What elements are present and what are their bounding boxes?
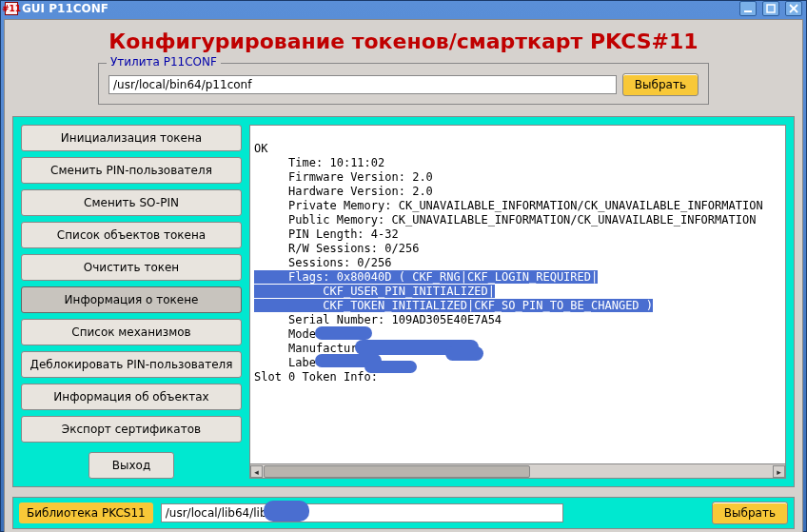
scroll-right-arrow-icon[interactable]: ▸ [773, 465, 785, 478]
selected-text: Flags: 0x80040D ( CKF_RNG|CKF_LOGIN_REQU… [254, 270, 653, 312]
svg-rect-1 [767, 5, 775, 12]
utility-path-input[interactable] [108, 75, 617, 94]
utility-group: Утилита P11CONF Выбрать [98, 63, 709, 105]
main-panel: Инициализация токенаСменить PIN-пользова… [12, 116, 795, 487]
sidebar-button[interactable]: Деблокировать PIN-пользователя [21, 351, 242, 378]
library-path-input[interactable] [161, 503, 563, 522]
sidebar-button[interactable]: Сменить PIN-пользователя [21, 157, 242, 184]
redaction-mark [364, 361, 417, 373]
sidebar-button[interactable]: Информация об объектах [21, 384, 242, 410]
page-title: Конфигурирование токенов/смарткарт PKCS#… [12, 30, 795, 53]
redaction-mark [264, 501, 309, 522]
sidebar-button[interactable]: Инициализация токена [21, 125, 242, 151]
sidebar-button[interactable]: Экспорт сертификатов [21, 416, 242, 443]
sidebar-button[interactable]: Очистить токен [21, 254, 242, 281]
scroll-left-arrow-icon[interactable]: ◂ [250, 465, 263, 478]
close-button[interactable] [785, 1, 802, 16]
sidebar-button[interactable]: Информация о токене [21, 286, 242, 313]
horizontal-scrollbar[interactable]: ◂ ▸ [250, 463, 785, 478]
titlebar[interactable]: #11 GUI P11CONF [1, 1, 806, 16]
sidebar-button[interactable]: Сменить SO-PIN [21, 189, 242, 216]
library-select-button[interactable]: Выбрать [712, 502, 788, 524]
window-title: GUI P11CONF [22, 2, 734, 15]
maximize-button[interactable] [762, 1, 779, 16]
client-area: Конфигурирование токенов/смарткарт PKCS#… [4, 19, 803, 532]
sidebar: Инициализация токенаСменить PIN-пользова… [21, 125, 242, 479]
utility-legend: Утилита P11CONF [107, 55, 221, 69]
library-panel: Библиотека PKCS11 Выбрать [12, 497, 795, 529]
app-window: #11 GUI P11CONF Конфигурирование токенов… [0, 0, 807, 532]
exit-button[interactable]: Выход [89, 452, 174, 479]
sidebar-button[interactable]: Список механизмов [21, 319, 242, 345]
library-input-wrap [161, 503, 563, 522]
redaction-mark [445, 346, 483, 361]
redaction-mark [315, 326, 372, 340]
library-label: Библиотека PKCS11 [19, 502, 153, 523]
output-pane: OK Time: 10:11:02 Firmware Version: 2.0 … [249, 125, 786, 479]
output-text[interactable]: OK Time: 10:11:02 Firmware Version: 2.0 … [250, 126, 785, 463]
scroll-thumb[interactable] [264, 465, 530, 478]
minimize-button[interactable] [739, 1, 757, 16]
app-icon: #11 [5, 2, 18, 15]
utility-select-button[interactable]: Выбрать [622, 73, 699, 96]
sidebar-button[interactable]: Список объектов токена [21, 222, 242, 248]
